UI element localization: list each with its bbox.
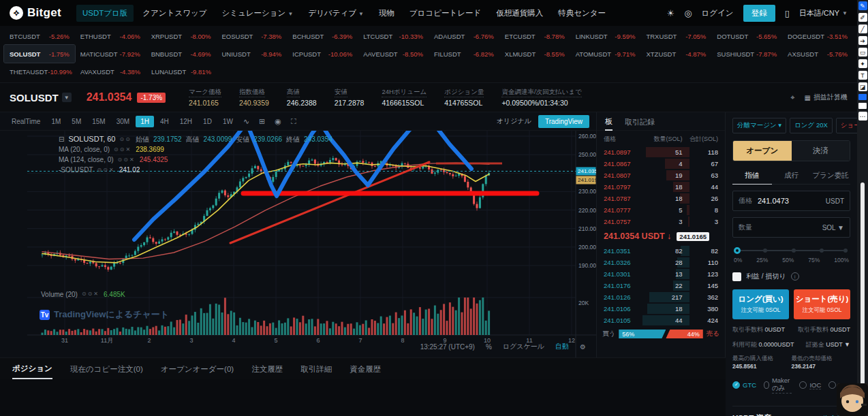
locale-selector[interactable]: 日本語/CNY▼ <box>799 8 848 18</box>
swatch-blue[interactable] <box>858 94 867 100</box>
open-tab[interactable]: オープン <box>733 141 792 161</box>
pnl-calculator-button[interactable]: ▦損益計算機 <box>805 93 848 102</box>
tif-Makerのみ[interactable]: Makerのみ <box>764 377 792 394</box>
bottom-tab-現在のコピー注文(0)[interactable]: 現在のコピー注文(0) <box>70 359 143 379</box>
ticker-AVAXUSDT[interactable]: AVAXUSDT-4.38% <box>75 63 146 80</box>
timeframe-5M[interactable]: 5M <box>67 116 86 127</box>
stamp-tool[interactable]: ✦ <box>858 59 867 68</box>
ask-row[interactable]: 241.077758 <box>597 204 725 216</box>
ticker-LTCUSDT[interactable]: LTCUSDT-10.33% <box>358 27 429 45</box>
original-chart-toggle[interactable]: オリジナル <box>497 116 531 126</box>
pencil-tool[interactable]: ✐ <box>858 13 867 22</box>
nav-item-現物[interactable]: 現物 <box>373 5 401 22</box>
theme-toggle-icon[interactable]: ☀ <box>667 8 675 18</box>
bottom-tab-取引詳細[interactable]: 取引詳細 <box>300 359 332 379</box>
tif-IOC[interactable]: IOC <box>799 381 821 389</box>
ticker-THETAUSDT[interactable]: THETAUSDT-10.99% <box>4 63 75 80</box>
timeframe-12H[interactable]: 12H <box>175 116 197 127</box>
symbol-selector[interactable]: SOLUSDT ▼ <box>10 92 72 103</box>
nav-item-クアントスワップ[interactable]: クアントスワップ <box>136 5 213 22</box>
ticker-AXSUSDT[interactable]: AXSUSDT-5.76% <box>782 45 853 63</box>
mobile-app-icon[interactable]: ▯ <box>785 8 790 18</box>
close-tab[interactable]: 決済 <box>792 141 850 161</box>
ask-row[interactable]: 241.07971844 <box>597 181 725 193</box>
order-tab-指値[interactable]: 指値 <box>732 167 772 185</box>
rect-tool[interactable]: ▭ <box>858 48 867 57</box>
tif-GTC[interactable]: GTC <box>732 381 756 389</box>
eraser-tool[interactable]: ◪ <box>858 82 867 91</box>
quantity-input[interactable]: 数量 SOL ▼ <box>732 217 850 238</box>
bid-row[interactable]: 241.032628110 <box>597 257 725 268</box>
ticker-XTZUSDT[interactable]: XTZUSDT-4.87% <box>640 45 711 63</box>
price-input[interactable]: 価格 241.0473 USDT <box>732 191 850 211</box>
ticker-TRXUSDT[interactable]: TRXUSDT-7.05% <box>640 27 711 45</box>
rewards-icon[interactable]: ◎ <box>684 8 692 18</box>
ticker-ETCUSDT[interactable]: ETCUSDT-8.78% <box>499 27 570 45</box>
ticker-AAVEUSDT[interactable]: AAVEUSDT-8.50% <box>358 45 429 63</box>
ticker-LINKUSDT[interactable]: LINKUSDT-9.59% <box>570 27 641 45</box>
pen-tool[interactable]: ✎ <box>858 1 867 10</box>
book-tab-板[interactable]: 板 <box>605 112 613 131</box>
swatch-white[interactable] <box>858 103 867 109</box>
register-button[interactable]: 登録 <box>743 5 775 22</box>
bottom-tab-ポジション[interactable]: ポジション <box>12 358 52 379</box>
ticker-XLMUSDT[interactable]: XLMUSDT-8.55% <box>499 45 570 63</box>
ask-row[interactable]: 241.075733 <box>597 216 725 227</box>
quantity-unit-selector[interactable]: SOL ▼ <box>822 224 844 231</box>
timeframe-1M[interactable]: 1M <box>46 116 65 127</box>
long-leverage-selector[interactable]: ロング 20X <box>790 118 833 133</box>
annotation-scrollbar[interactable] <box>861 182 865 407</box>
gear-icon[interactable]: ⚙ <box>580 343 586 351</box>
margin-currency-selector[interactable]: 証拠金 USDT ▼ <box>806 340 850 349</box>
slider-handle[interactable] <box>734 247 741 254</box>
ticker-UNIUSDT[interactable]: UNIUSDT-8.94% <box>216 45 287 63</box>
timeframe-1H[interactable]: 1H <box>136 116 154 127</box>
ask-row[interactable]: 241.08071963 <box>597 170 725 181</box>
ticker-FILUSDT[interactable]: FILUSDT-6.82% <box>429 45 499 63</box>
nav-item-USDTプロ版[interactable]: USDTプロ版 <box>76 5 134 22</box>
ask-row[interactable]: 241.089751118 <box>597 146 725 158</box>
bitget-logo[interactable]: ⟡ Bitget <box>10 6 61 20</box>
ticker-BCHUSDT[interactable]: BCHUSDT-6.39% <box>287 27 358 45</box>
ticker-DOTUSDT[interactable]: DOTUSDT-5.65% <box>711 27 782 45</box>
nav-item-シミュレーション[interactable]: シミュレーション▼ <box>215 5 299 22</box>
nav-item-特典センター[interactable]: 特典センター <box>552 5 612 22</box>
bid-row[interactable]: 241.030113123 <box>597 268 725 280</box>
line-tool[interactable]: ╱ <box>858 25 867 33</box>
ticker-MATICUSDT[interactable]: MATICUSDT-7.92% <box>75 45 146 63</box>
realtime-toggle[interactable]: RealTime <box>7 116 45 127</box>
bid-row[interactable]: 241.010544424 <box>597 315 725 326</box>
ticker-ATOMUSDT[interactable]: ATOMUSDT-9.71% <box>570 45 641 63</box>
ticker-XRPUSDT[interactable]: XRPUSDT-8.00% <box>146 27 217 45</box>
ticker-DOGEUSDT[interactable]: DOGEUSDT-3.51% <box>782 27 853 45</box>
location-pin-icon[interactable]: ⌖ <box>790 93 794 102</box>
nav-item-プロコピートレード[interactable]: プロコピートレード <box>403 5 487 22</box>
fullscreen-icon[interactable]: ⛶ <box>287 117 300 126</box>
auto-scale-toggle[interactable]: 自動 <box>555 342 569 351</box>
arrow-tool[interactable]: ➔ <box>858 36 867 45</box>
ticker-BNBUSDT[interactable]: BNBUSDT-4.69% <box>146 45 217 63</box>
ticker-ETHUSDT[interactable]: ETHUSDT-4.06% <box>75 27 146 45</box>
book-tab-取引記録[interactable]: 取引記録 <box>625 113 655 130</box>
nav-item-仮想通貨購入[interactable]: 仮想通貨購入 <box>490 5 549 22</box>
percent-scale-toggle[interactable]: % <box>486 343 492 351</box>
log-scale-toggle[interactable]: ログスケール <box>503 342 544 351</box>
timeframe-4H[interactable]: 4H <box>155 116 174 127</box>
margin-mode-selector[interactable]: 分離マージン ▾ <box>732 118 786 133</box>
indicator-icon[interactable]: ∿ <box>239 117 253 126</box>
bottom-tab-オープンオーダー(0)[interactable]: オープンオーダー(0) <box>161 359 234 379</box>
price-chart[interactable]: 3111月23456789101112260.0000250.0000240.0… <box>0 131 596 357</box>
timeframe-30M[interactable]: 30M <box>112 116 134 127</box>
bid-row[interactable]: 241.010618380 <box>597 303 725 315</box>
ask-row[interactable]: 241.07871826 <box>597 193 725 204</box>
ticker-ADAUSDT[interactable]: ADAUSDT-6.76% <box>429 27 499 45</box>
more-dots[interactable]: ⋯ <box>858 112 867 121</box>
long-order-button[interactable]: ロング(買い)注文可能 0SOL <box>732 289 789 319</box>
ticker-SUSHIUSDT[interactable]: SUSHIUSDT-7.87% <box>711 45 782 63</box>
timeframe-1D[interactable]: 1D <box>198 116 217 127</box>
ticker-EOSUSDT[interactable]: EOSUSDT-7.38% <box>216 27 287 45</box>
ticker-SOLUSDT[interactable]: SOLUSDT-1.75% <box>4 45 75 63</box>
ticker-ICPUSDT[interactable]: ICPUSDT-10.06% <box>287 45 358 63</box>
camera-icon[interactable]: ◉ <box>270 117 285 126</box>
tpsl-checkbox[interactable] <box>732 272 741 281</box>
